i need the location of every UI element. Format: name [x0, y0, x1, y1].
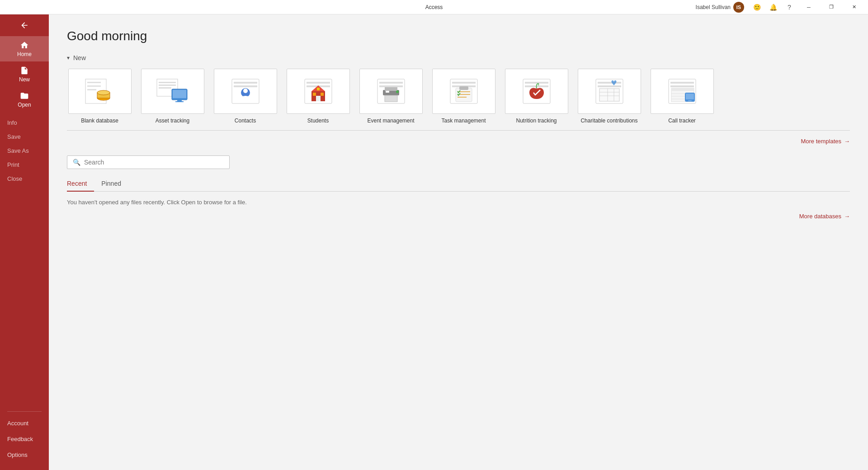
- sidebar-item-account[interactable]: Account: [0, 415, 49, 431]
- search-input[interactable]: [84, 159, 224, 166]
- template-thumb-students: [287, 69, 350, 114]
- restore-button[interactable]: ❐: [821, 0, 842, 14]
- sidebar-item-info[interactable]: Info: [0, 116, 49, 130]
- template-label-contacts: Contacts: [235, 118, 256, 125]
- avatar[interactable]: IS: [733, 2, 744, 13]
- template-thumb-event: [359, 69, 423, 114]
- template-thumb-nutrition: [505, 69, 568, 114]
- svg-point-36: [396, 90, 399, 93]
- template-label-nutrition: Nutrition tracking: [516, 118, 557, 125]
- sidebar-item-new[interactable]: New: [0, 61, 49, 87]
- svg-point-6: [97, 90, 110, 95]
- new-section-header[interactable]: ▾ New: [67, 54, 850, 61]
- svg-rect-27: [321, 93, 324, 96]
- search-icon: 🔍: [73, 159, 80, 166]
- svg-rect-34: [385, 95, 397, 102]
- template-nutrition-tracking[interactable]: Nutrition tracking: [504, 69, 569, 125]
- template-thumb-call: [651, 69, 714, 114]
- sidebar-back-button[interactable]: [0, 14, 49, 36]
- svg-rect-25: [316, 96, 321, 101]
- template-call-tracker[interactable]: Call tracker: [649, 69, 715, 125]
- template-label-blank: Blank database: [81, 118, 118, 125]
- svg-rect-50: [598, 85, 621, 87]
- svg-rect-14: [175, 101, 184, 102]
- file-tabs: Recent Pinned: [67, 176, 850, 192]
- sidebar-nav: Home New Open Info Save Save As Print Cl…: [0, 36, 49, 404]
- sidebar-divider: [7, 411, 42, 412]
- minimize-button[interactable]: ─: [798, 0, 819, 14]
- template-thumb-contacts: [214, 69, 277, 114]
- sidebar-item-home[interactable]: Home: [0, 36, 49, 61]
- title-bar: Access Isabel Sullivan IS 🙂 🔔 ? ─ ❐ ✕: [0, 0, 868, 14]
- sidebar-item-open-label: Open: [18, 102, 31, 108]
- svg-rect-33: [385, 87, 397, 91]
- svg-rect-57: [670, 82, 694, 84]
- page-title: Good morning: [67, 29, 850, 43]
- user-info[interactable]: Isabel Sullivan IS: [696, 2, 744, 13]
- help-icon[interactable]: ?: [782, 0, 797, 14]
- svg-rect-58: [670, 85, 694, 87]
- template-label-charitable: Charitable contributions: [580, 118, 637, 125]
- svg-rect-9: [159, 85, 176, 86]
- sidebar-item-feedback[interactable]: Feedback: [0, 431, 49, 447]
- svg-rect-10: [159, 87, 171, 89]
- template-contacts[interactable]: Contacts: [212, 69, 278, 125]
- template-students[interactable]: Students: [285, 69, 351, 125]
- svg-rect-38: [452, 82, 476, 84]
- template-blank-database[interactable]: Blank database: [67, 69, 132, 125]
- sidebar-item-close[interactable]: Close: [0, 172, 49, 186]
- templates-section-divider: [67, 130, 850, 131]
- svg-rect-46: [525, 82, 548, 84]
- more-databases-row: More databases →: [67, 213, 850, 230]
- svg-rect-26: [313, 93, 316, 96]
- template-thumb-charitable: [578, 69, 641, 114]
- close-button[interactable]: ✕: [844, 0, 864, 14]
- sidebar-item-open[interactable]: Open: [0, 87, 49, 112]
- svg-rect-16: [234, 82, 257, 84]
- sidebar-menu-items: Info Save Save As Print Close: [0, 112, 49, 189]
- user-name: Isabel Sullivan: [696, 4, 731, 10]
- svg-rect-31: [379, 85, 403, 87]
- template-label-call: Call tracker: [668, 118, 696, 125]
- sidebar-item-options[interactable]: Options: [0, 447, 49, 463]
- sidebar-item-save-as[interactable]: Save As: [0, 144, 49, 158]
- more-templates-arrow: →: [844, 138, 850, 145]
- svg-rect-35: [386, 91, 389, 93]
- sidebar-item-home-label: Home: [17, 51, 32, 57]
- sidebar: Home New Open Info Save Save As Print Cl…: [0, 14, 49, 470]
- template-charitable-contributions[interactable]: Charitable contributions: [576, 69, 642, 125]
- svg-rect-8: [159, 82, 176, 83]
- emoji-icon[interactable]: 🙂: [750, 0, 764, 14]
- sidebar-item-new-label: New: [19, 76, 30, 83]
- svg-point-19: [243, 89, 248, 93]
- sidebar-item-print[interactable]: Print: [0, 158, 49, 172]
- empty-recent-message: You haven't opened any files recently. C…: [67, 199, 850, 206]
- title-bar-controls: Isabel Sullivan IS 🙂 🔔 ? ─ ❐ ✕: [696, 0, 864, 14]
- template-asset-tracking[interactable]: Asset tracking: [140, 69, 205, 125]
- tab-pinned[interactable]: Pinned: [101, 176, 128, 191]
- svg-rect-49: [598, 82, 621, 84]
- app-body: Home New Open Info Save Save As Print Cl…: [0, 14, 868, 470]
- svg-rect-65: [686, 94, 694, 99]
- more-templates-link[interactable]: More templates →: [67, 138, 850, 145]
- svg-rect-12: [173, 90, 186, 98]
- svg-rect-2: [87, 85, 101, 87]
- template-event-management[interactable]: Event management: [358, 69, 424, 125]
- template-label-task: Task management: [441, 118, 486, 125]
- template-task-management[interactable]: Task management: [431, 69, 496, 125]
- alert-icon[interactable]: 🔔: [766, 0, 780, 14]
- more-databases-label: More databases: [799, 213, 841, 220]
- more-databases-link[interactable]: More databases →: [799, 213, 850, 220]
- svg-rect-30: [379, 82, 403, 84]
- more-templates-label: More templates: [801, 138, 841, 145]
- tab-recent[interactable]: Recent: [67, 176, 94, 192]
- svg-rect-41: [459, 86, 468, 90]
- svg-rect-17: [234, 85, 257, 87]
- svg-rect-21: [307, 82, 330, 84]
- template-label-event: Event management: [367, 118, 414, 125]
- templates-grid: Blank database: [67, 69, 850, 125]
- sidebar-item-save[interactable]: Save: [0, 130, 49, 144]
- template-label-students: Students: [307, 118, 329, 125]
- svg-rect-3: [87, 89, 96, 90]
- template-thumb-task: [432, 69, 495, 114]
